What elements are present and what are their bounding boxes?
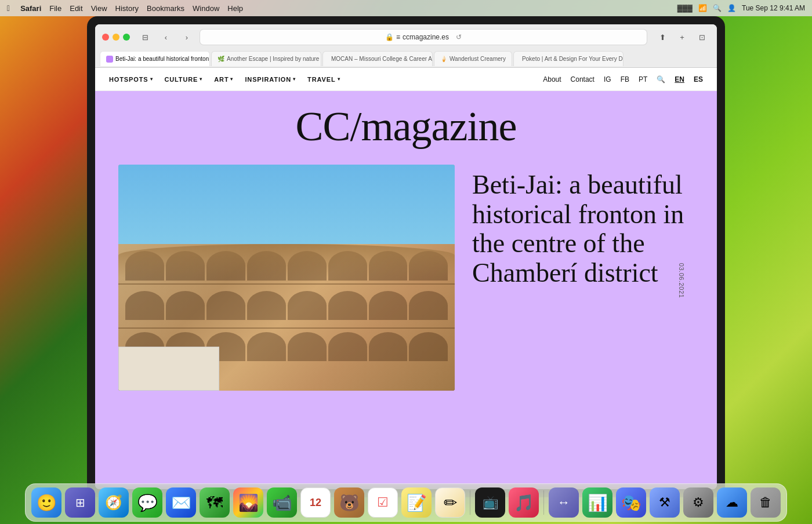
arch [166,291,205,321]
menubar-left:  Safari File Edit View History Bookmark… [7,3,243,13]
url-text[interactable]: ccmagazine.es [403,33,449,41]
dock-migration[interactable]: ↔ [549,487,579,518]
dock-mail[interactable]: ✉️ [166,487,196,518]
arch [328,332,367,362]
tab-1[interactable]: 🌿 Another Escape | Inspired by nature [211,51,321,66]
dock-messages[interactable]: 💬 [132,487,162,518]
dock-numbers[interactable]: 📊 [582,487,612,518]
nav-inspiration-label: INSPIRATION [245,76,291,83]
nav-pt[interactable]: PT [639,75,647,83]
tab-0[interactable]: Beti-Jai: a beautiful historical fronton… [100,51,210,66]
nav-hotspots[interactable]: HOTSPOTS ▾ [109,76,153,83]
nav-about[interactable]: About [543,75,561,83]
nav-right: About Contact IG FB PT 🔍 EN ES [543,75,703,83]
share-button[interactable]: ⬆ [654,29,670,45]
menu-safari[interactable]: Safari [20,4,41,13]
tab-2[interactable]: MOCAN – Missouri College & Career Attain… [322,51,433,66]
nav-art-label: ART [214,76,229,83]
dock-finder[interactable]: 🙂 [31,487,61,518]
arch [288,291,327,321]
dock-divider2 [543,490,544,515]
dock-freeform[interactable]: ✏ [435,487,465,518]
tab-label-2: MOCAN – Missouri College & Career Attain… [331,56,433,62]
menu-window[interactable]: Window [193,4,219,13]
address-bar[interactable]: 🔒 ≡ ccmagazine.es ↺ [200,29,647,45]
dock-bear[interactable]: 🐻 [334,487,364,518]
tab-label-3: Wanderlust Creamery [449,56,506,62]
minimize-button[interactable] [113,34,119,41]
arch [328,291,367,321]
nav-art-arrow: ▾ [230,77,233,82]
nav-hotspots-arrow: ▾ [150,77,153,82]
menubar-right: ▓▓▓ 📶 🔍 👤 Tue Sep 12 9:41 AM [677,4,805,12]
arches-row2 [125,291,448,321]
arch [409,332,448,362]
refresh-icon[interactable]: ↺ [456,33,462,41]
dock-reminders[interactable]: ☑ [368,487,398,518]
nav-search-icon[interactable]: 🔍 [657,75,665,83]
dock-safari[interactable]: 🧭 [99,487,129,518]
arch [125,291,164,321]
traffic-lights [102,34,130,41]
nav-contact[interactable]: Contact [571,75,594,83]
tab-4[interactable]: Poketo | Art & Design For Your Every Day [513,51,624,66]
apple-menu[interactable]:  [7,3,10,13]
dock-icloud[interactable]: ☁ [717,487,747,518]
back-button[interactable]: ‹ [158,29,174,45]
search-icon[interactable]: 🔍 [713,4,722,12]
menu-help[interactable]: Help [227,4,243,13]
dock-keynote[interactable]: 🎭 [616,487,646,518]
dock-notes[interactable]: 📝 [401,487,432,518]
dock-facetime[interactable]: 📹 [267,487,297,518]
nav-fb[interactable]: FB [621,75,629,83]
site-title: CC/magazine [118,103,694,151]
website-content: HOTSPOTS ▾ CULTURE ▾ ART ▾ INSPIRATION ▾ [95,68,717,489]
nav-ig[interactable]: IG [604,75,611,83]
dock-launchpad[interactable]: ⊞ [65,487,95,518]
article-date: 03.06.2021 [679,263,686,299]
safari-chrome: ⊟ ‹ › 🔒 ≡ ccmagazine.es ↺ ⬆ + ⊡ [95,24,717,68]
hero-content: Beti-Jai: a beautiful historical fronton… [118,165,694,396]
tab-overview-button[interactable]: ⊡ [694,29,710,45]
user-icon[interactable]: 👤 [727,4,736,12]
menu-bookmarks[interactable]: Bookmarks [147,4,184,13]
site-nav: HOTSPOTS ▾ CULTURE ▾ ART ▾ INSPIRATION ▾ [95,68,717,91]
nav-lang-es[interactable]: ES [694,75,703,83]
safari-tabs: Beti-Jai: a beautiful historical fronton… [95,50,717,67]
reader-icon: ≡ [396,33,400,41]
dock-music[interactable]: 🎵 [509,487,539,518]
nav-culture[interactable]: CULTURE ▾ [164,76,202,83]
arch [369,332,408,362]
dock-calendar[interactable]: 12 [300,487,331,518]
maximize-button[interactable] [123,34,130,41]
hero-headline[interactable]: Beti-Jai: a beautiful historical fronton… [472,170,694,288]
new-tab-button[interactable]: + [674,29,690,45]
dock-xcode[interactable]: ⚒ [650,487,680,518]
laptop-frame: ⊟ ‹ › 🔒 ≡ ccmagazine.es ↺ ⬆ + ⊡ [87,16,725,497]
battery-icon: ▓▓▓ [677,4,693,12]
hero-image [118,165,455,391]
nav-art[interactable]: ART ▾ [214,76,233,83]
tab-favicon-3: 🍦 [440,56,447,62]
arch [206,291,245,321]
close-button[interactable] [102,34,109,41]
tab-3[interactable]: 🍦 Wanderlust Creamery [434,51,512,66]
tab-label-4: Poketo | Art & Design For Your Every Day [522,56,624,62]
menu-view[interactable]: View [91,4,107,13]
dock-trash[interactable]: 🗑 [751,487,781,518]
arch [369,291,408,321]
dock-systemprefs[interactable]: ⚙ [683,487,713,518]
menu-file[interactable]: File [49,4,61,13]
nav-travel[interactable]: TRAVEL ▾ [307,76,340,83]
dock-maps[interactable]: 🗺 [200,487,230,518]
sidebar-toggle[interactable]: ⊟ [137,29,153,45]
arch [409,291,448,321]
nav-inspiration[interactable]: INSPIRATION ▾ [245,76,296,83]
forward-button[interactable]: › [179,29,195,45]
menu-history[interactable]: History [115,4,139,13]
nav-lang-en[interactable]: EN [675,75,684,83]
menu-edit[interactable]: Edit [70,4,82,13]
dock-appletv[interactable]: 📺 [475,487,505,518]
tab-favicon-1: 🌿 [217,56,224,62]
dock-photos[interactable]: 🌄 [233,487,263,518]
